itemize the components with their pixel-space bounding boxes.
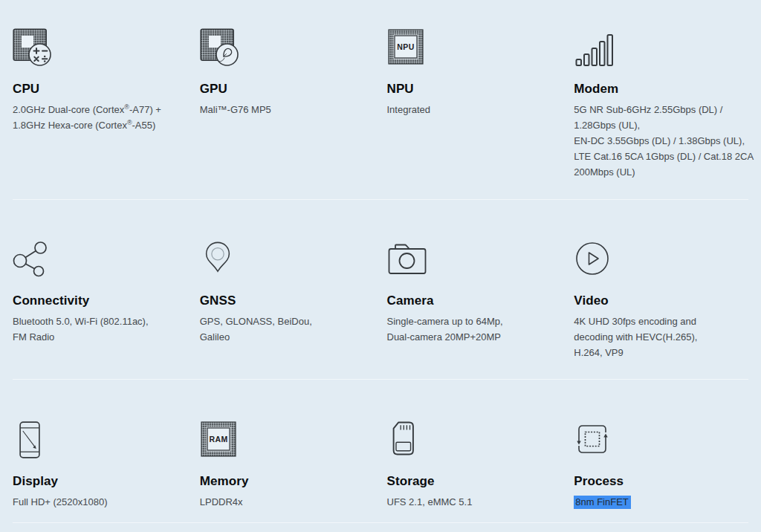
spec-title: Storage	[387, 474, 562, 489]
spec-card-camera: Camera Single-camera up to 64Mp,Dual-cam…	[387, 240, 562, 379]
spec-title: Memory	[200, 474, 375, 489]
video-play-icon	[574, 240, 748, 280]
spec-row-1: CPU 2.0GHz Dual-core (Cortex®-A77) +1.8G…	[13, 0, 748, 199]
cpu-icon	[13, 28, 187, 68]
spec-title: NPU	[387, 82, 562, 97]
spec-card-display: Display Full HD+ (2520x1080)	[13, 421, 187, 522]
spec-card-video: Video 4K UHD 30fps encoding anddecoding …	[574, 240, 748, 379]
memory-ram-icon: RAM	[200, 421, 375, 461]
spec-card-cpu: CPU 2.0GHz Dual-core (Cortex®-A77) +1.8G…	[13, 28, 187, 199]
bottom-divider	[13, 522, 748, 531]
connectivity-share-icon	[13, 240, 187, 280]
spec-card-process: Process 8nm FinFET	[574, 421, 748, 522]
spec-title: GNSS	[200, 293, 375, 308]
spec-description: 5G NR Sub-6GHz 2.55Gbps (DL) /1.28Gbps (…	[574, 102, 761, 180]
storage-sd-card-icon	[387, 421, 562, 461]
spec-title: Modem	[574, 82, 748, 97]
spec-description: GPS, GLONASS, BeiDou,Galileo	[200, 314, 394, 345]
selected-text[interactable]: 8nm FinFET	[574, 496, 631, 509]
spec-description: Integrated	[387, 102, 581, 117]
npu-icon: NPU	[387, 28, 562, 68]
spec-card-connectivity: Connectivity Bluetooth 5.0, Wi-Fi (802.1…	[13, 240, 187, 379]
chipset-specs-page: CPU 2.0GHz Dual-core (Cortex®-A77) +1.8G…	[0, 0, 761, 532]
spec-row-3: Display Full HD+ (2520x1080) RAM	[13, 379, 748, 522]
spec-description: Mali™-G76 MP5	[200, 102, 394, 117]
spec-description: 2.0GHz Dual-core (Cortex®-A77) +1.8GHz H…	[13, 102, 207, 133]
spec-description: UFS 2.1, eMMC 5.1	[387, 494, 581, 510]
spec-description: LPDDR4x	[200, 494, 394, 510]
spec-card-gpu: GPU Mali™-G76 MP5	[200, 28, 375, 199]
spec-title: Process	[574, 474, 748, 489]
spec-card-npu: NPU NPU Integrated	[387, 28, 562, 199]
spec-description: Bluetooth 5.0, Wi-Fi (802.11ac),FM Radio	[13, 314, 207, 345]
spec-card-gnss: GNSS GPS, GLONASS, BeiDou,Galileo	[200, 240, 375, 379]
camera-icon	[387, 240, 562, 280]
spec-description: 8nm FinFET	[574, 494, 761, 510]
spec-card-memory: RAM Memory LPDDR4x	[200, 421, 375, 522]
gpu-icon	[200, 28, 375, 68]
modem-signal-icon	[574, 28, 748, 68]
process-chip-cycle-icon	[574, 421, 748, 461]
spec-title: Connectivity	[13, 293, 187, 308]
spec-card-modem: Modem 5G NR Sub-6GHz 2.55Gbps (DL) /1.28…	[574, 28, 748, 199]
gnss-pin-icon	[200, 240, 375, 280]
spec-description: 4K UHD 30fps encoding anddecoding with H…	[574, 314, 761, 360]
spec-title: Video	[574, 293, 748, 308]
spec-description: Single-camera up to 64Mp,Dual-camera 20M…	[387, 314, 581, 345]
spec-title: Display	[13, 474, 187, 489]
spec-card-storage: Storage UFS 2.1, eMMC 5.1	[387, 421, 562, 522]
spec-description: Full HD+ (2520x1080)	[13, 494, 207, 510]
svg-text:NPU: NPU	[397, 42, 414, 51]
svg-text:RAM: RAM	[209, 435, 227, 444]
spec-row-2: Connectivity Bluetooth 5.0, Wi-Fi (802.1…	[13, 199, 748, 379]
spec-title: Camera	[387, 293, 562, 308]
spec-title: GPU	[200, 82, 375, 97]
display-phone-icon	[13, 421, 187, 461]
spec-title: CPU	[13, 82, 187, 97]
